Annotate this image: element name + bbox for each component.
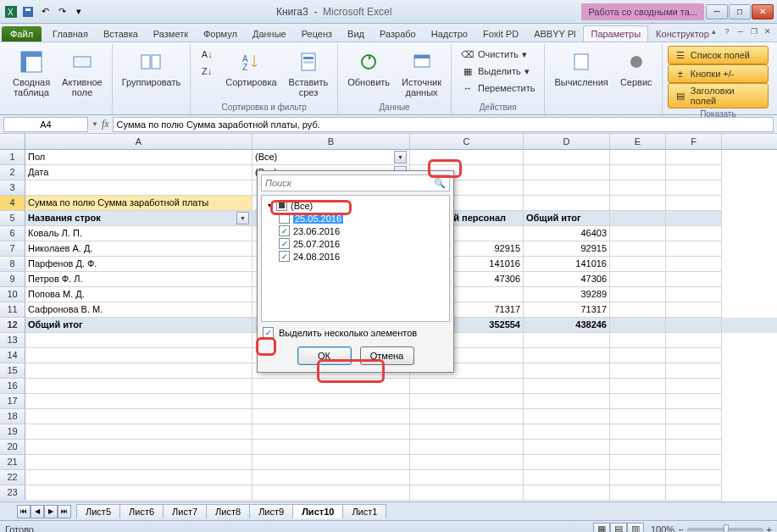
clear-button[interactable]: ⌫Очистить ▾ [457,46,539,63]
row-header[interactable]: 21 [0,455,25,470]
cell[interactable] [666,272,722,287]
cell[interactable]: Общий итог [25,318,253,333]
sort-az-button[interactable]: A↓ [196,46,218,63]
cell[interactable] [610,272,666,287]
filter-item[interactable]: 25.07.2016 [264,237,447,250]
sheet-nav-next-icon[interactable]: ▶ [44,505,58,518]
cell[interactable] [610,302,666,318]
qat-more-icon[interactable]: ▾ [71,4,86,19]
undo-icon[interactable]: ↶ [37,4,53,19]
excel-icon[interactable]: X [3,4,19,19]
wb-minimize-icon[interactable]: ─ [735,25,746,37]
row-header[interactable]: 7 [0,241,25,257]
multi-select-checkbox[interactable] [263,327,274,338]
col-header-d[interactable]: D [524,134,610,149]
tab-review[interactable]: Реценз [294,25,340,42]
sort-za-button[interactable]: Z↓ [196,63,218,80]
cell[interactable] [610,287,666,302]
cell[interactable] [610,165,666,180]
cell[interactable] [524,409,610,424]
filter-item[interactable]: 24.08.2016 [264,250,447,263]
wb-close-icon[interactable]: ✕ [762,25,774,37]
cell[interactable] [410,440,524,455]
tab-view[interactable]: Вид [340,25,372,42]
row-header[interactable]: 20 [0,440,25,455]
cell[interactable]: Названия строк▼ [25,211,253,226]
cell[interactable] [253,485,410,501]
cell[interactable] [610,180,666,196]
cell[interactable] [610,257,666,272]
row-header[interactable]: 8 [0,257,25,272]
cell[interactable] [25,348,253,363]
cell[interactable]: Николаев А. Д. [25,241,253,257]
tab-addins[interactable]: Надстро [424,25,475,42]
tab-formulas[interactable]: Формул [196,25,245,42]
save-icon[interactable] [20,4,36,19]
cell[interactable]: 46403 [524,226,610,241]
cell[interactable] [666,287,722,302]
cell[interactable] [666,394,722,409]
cell[interactable] [610,363,666,379]
plusminus-button[interactable]: ±Кнопки +/- [668,64,769,83]
cell[interactable] [253,379,410,394]
cell[interactable]: Петров Ф. Л. [25,272,253,287]
sheet-nav-prev-icon[interactable]: ◀ [31,505,44,518]
row-header[interactable]: 10 [0,287,25,302]
filter-button[interactable]: ▼ [394,151,407,163]
cell[interactable] [666,348,722,363]
move-button[interactable]: ↔Переместить [457,80,539,97]
tab-abbyy[interactable]: ABBYY Pl [526,25,583,42]
cell[interactable] [610,455,666,470]
cell[interactable] [524,333,610,348]
cell[interactable] [666,333,722,348]
row-header[interactable]: 11 [0,302,25,318]
sheet-nav-last-icon[interactable]: ⏭ [58,505,71,518]
cell[interactable] [666,226,722,241]
cell[interactable]: Попова М. Д. [25,287,253,302]
multi-select-row[interactable]: Выделить несколько элементов [263,327,448,338]
cell[interactable] [524,165,610,180]
col-header-f[interactable]: F [666,134,722,149]
sheet-tab[interactable]: Лист9 [249,504,293,518]
collapse-icon[interactable]: ▾ [265,202,273,209]
select-button[interactable]: ▦Выделить ▾ [457,63,539,80]
cell[interactable] [666,257,722,272]
cell[interactable] [610,485,666,501]
cell[interactable] [524,379,610,394]
cell[interactable]: Сафронова В. М. [25,302,253,318]
cell[interactable]: Парфенов Д. Ф. [25,257,253,272]
cell[interactable] [666,180,722,196]
cell[interactable] [524,455,610,470]
col-header-a[interactable]: A [25,134,253,149]
row-header[interactable]: 17 [0,394,25,409]
cell[interactable] [25,180,253,196]
field-list-button[interactable]: ☰Список полей [668,46,769,64]
cell[interactable] [410,470,524,485]
cell[interactable]: Пол [25,150,253,165]
ribbon-minimize-icon[interactable]: ▴ [708,25,719,37]
pivot-table-button[interactable]: Сводная таблица [8,46,54,100]
cell[interactable] [610,424,666,440]
cell[interactable] [666,318,722,333]
sheet-tab[interactable]: Лист6 [119,504,164,518]
cell[interactable] [666,196,722,211]
row-header[interactable]: 3 [0,180,25,196]
cell[interactable] [666,302,722,318]
cell[interactable] [666,470,722,485]
refresh-button[interactable]: Обновить [343,46,394,90]
sheet-nav-first-icon[interactable]: ⏮ [17,505,31,518]
maximize-button[interactable]: □ [729,4,751,19]
row-header[interactable]: 18 [0,409,25,424]
tools-button[interactable]: Сервис [616,46,657,90]
sheet-tab[interactable]: Лист5 [76,504,120,518]
field-headers-button[interactable]: ▤Заголовки полей [668,83,769,108]
cell[interactable]: 71317 [524,302,610,318]
cell[interactable] [524,196,610,211]
cell[interactable]: Дата [25,165,253,180]
tab-home[interactable]: Главная [45,25,96,42]
zoom-out-icon[interactable]: − [678,524,683,533]
cell[interactable] [410,379,524,394]
cell[interactable] [524,440,610,455]
col-header-b[interactable]: B [253,134,410,149]
row-header[interactable]: 9 [0,272,25,287]
